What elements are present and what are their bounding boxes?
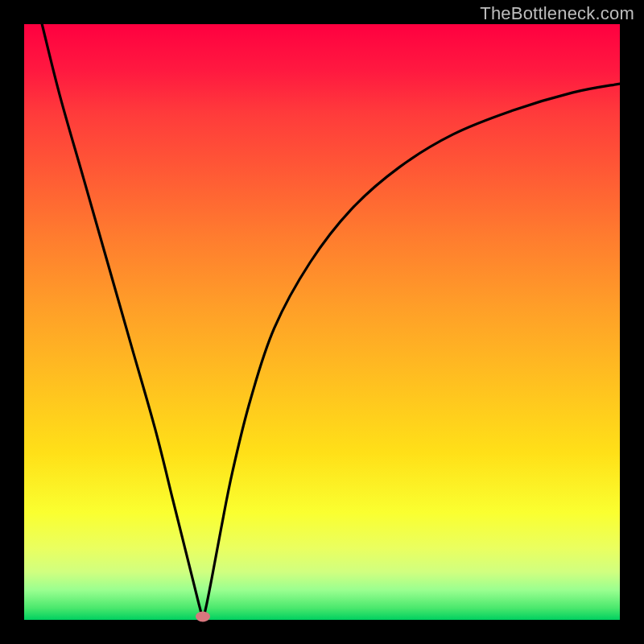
bottleneck-curve bbox=[24, 24, 620, 620]
watermark-text: TheBottleneck.com bbox=[480, 3, 634, 24]
plot-area bbox=[24, 24, 620, 620]
chart-frame: TheBottleneck.com bbox=[0, 0, 644, 644]
optimal-point-marker bbox=[196, 612, 210, 622]
